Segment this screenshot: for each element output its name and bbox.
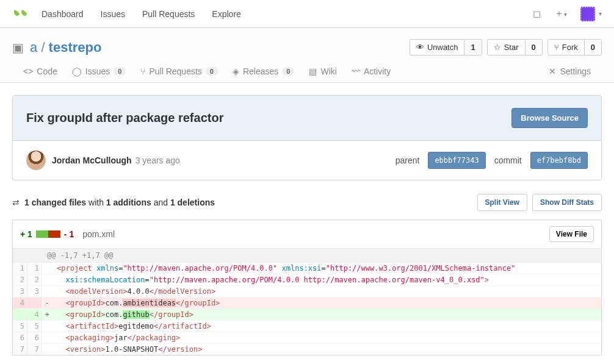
repo-owner-link[interactable]: a — [30, 40, 37, 55]
avatar-icon — [580, 7, 595, 21]
code-content: <artifactId>egitdemo</artifactId> — [52, 321, 601, 332]
pull-icon: ⑂ — [140, 66, 145, 76]
diff-sign — [42, 274, 52, 285]
chevron-down-icon: ▾ — [599, 10, 602, 17]
logo-icon[interactable] — [12, 7, 29, 21]
old-line-number: 5 — [13, 321, 27, 332]
star-button[interactable]: ☆Star 0 — [487, 39, 543, 55]
commit-box: Fix groupId after package refactor Brows… — [12, 95, 602, 180]
watch-count[interactable]: 1 — [464, 40, 481, 55]
issues-icon: ◯ — [72, 66, 82, 76]
diff-sign: + — [42, 309, 52, 320]
code-content: <modelVersion>4.0.0</modelVersion> — [52, 286, 601, 297]
tab-activity[interactable]: 〰Activity — [352, 66, 391, 76]
code-content: <groupId>com.ambientideas</groupId> — [52, 298, 601, 309]
fork-count[interactable]: 0 — [584, 40, 601, 55]
create-icon[interactable]: ＋▾ — [554, 7, 567, 20]
old-line-number: 7 — [13, 344, 27, 355]
show-diff-stats-button[interactable]: Show Diff Stats — [532, 194, 602, 211]
star-icon: ☆ — [494, 43, 501, 52]
tab-issues[interactable]: ◯Issues0 — [72, 66, 126, 76]
diff-icon: ⇄ — [12, 198, 20, 207]
pulse-icon: 〰 — [352, 66, 360, 76]
tab-pull-requests[interactable]: ⑂Pull Requests0 — [140, 66, 218, 76]
tab-settings[interactable]: ✕Settings — [549, 66, 591, 76]
user-menu[interactable]: ▾ — [580, 7, 602, 21]
repo-header: ▣ a / testrepo 👁Unwatch 1 ☆Star 0 ⑂Fork … — [0, 28, 614, 83]
diff-sign — [42, 286, 52, 297]
fork-button[interactable]: ⑂Fork 0 — [547, 39, 602, 55]
code-content: <project xmlns="http://maven.apache.org/… — [52, 263, 601, 274]
diffstat-blocks-icon — [36, 230, 60, 238]
diff-hunk: @@ -1,7 +1,7 @@ 11 <project xmlns="http:… — [13, 249, 601, 355]
new-line-number: 5 — [27, 321, 42, 332]
diff-line: 55 <artifactId>egitdemo</artifactId> — [13, 320, 601, 332]
code-icon: <> — [23, 66, 33, 76]
diff-line: 33 <modelVersion>4.0.0</modelVersion> — [13, 285, 601, 297]
repo-name-link[interactable]: testrepo — [49, 40, 102, 55]
commit-time: 3 years ago — [135, 155, 180, 165]
code-content: xsi:schemaLocation="http://maven.apache.… — [52, 274, 601, 285]
inbox-icon[interactable]: ◻ — [533, 8, 541, 20]
tab-releases[interactable]: ◈Releases0 — [233, 66, 295, 76]
new-line-number: 6 — [27, 332, 42, 343]
fork-icon: ⑂ — [554, 43, 559, 52]
diff-sign: - — [42, 298, 52, 309]
old-line-number: 3 — [13, 286, 27, 297]
eye-icon: 👁 — [416, 43, 424, 52]
nav-explore[interactable]: Explore — [212, 9, 240, 19]
diff-sign — [42, 263, 52, 274]
tab-code[interactable]: <>Code — [23, 66, 57, 76]
author-name[interactable]: Jordan McCullough — [52, 155, 132, 165]
diff-line: 22 xsi:schemaLocation="http://maven.apac… — [13, 274, 601, 285]
browse-source-button[interactable]: Browse Source — [511, 108, 588, 128]
file-name[interactable]: pom.xml — [82, 229, 115, 239]
diff-sign — [42, 321, 52, 332]
view-file-button[interactable]: View File — [549, 226, 594, 242]
hunk-header: @@ -1,7 +1,7 @@ — [13, 249, 601, 263]
diff-line: 4- <groupId>com.ambientideas</groupId> — [13, 297, 601, 309]
tag-icon: ◈ — [233, 66, 239, 76]
new-line-number: 2 — [27, 274, 42, 285]
parent-sha[interactable]: ebbbf77343 — [428, 152, 485, 169]
deletions-count: - 1 — [64, 229, 74, 239]
code-content: <groupId>com.github</groupId> — [52, 309, 601, 320]
code-content: <packaging>jar</packaging> — [52, 332, 601, 343]
diff-sign — [42, 344, 52, 355]
new-line-number: 1 — [27, 263, 42, 274]
code-content: <version>1.0-SNAPSHOT</version> — [52, 344, 601, 355]
commit-sha: ef7bebf8bd — [530, 152, 588, 169]
old-line-number: 6 — [13, 332, 27, 343]
diff-line: 11 <project xmlns="http://maven.apache.o… — [13, 263, 601, 274]
tools-icon: ✕ — [549, 66, 556, 76]
parent-label: parent — [395, 155, 420, 165]
new-line-number: 4 — [27, 309, 42, 320]
new-line-number — [27, 298, 42, 309]
repo-tabs: <>Code ◯Issues0 ⑂Pull Requests0 ◈Release… — [12, 66, 602, 82]
repo-icon: ▣ — [12, 40, 24, 55]
diff-line: 66 <packaging>jar</packaging> — [13, 332, 601, 343]
tab-wiki[interactable]: ▤Wiki — [309, 66, 336, 76]
file-diff-header: + 1 - 1 pom.xml View File — [13, 220, 601, 249]
nav-dashboard[interactable]: Dashboard — [42, 9, 84, 19]
author-avatar[interactable] — [26, 151, 46, 170]
unwatch-button[interactable]: 👁Unwatch 1 — [410, 39, 482, 55]
nav-issues[interactable]: Issues — [101, 9, 125, 19]
nav-pull-requests[interactable]: Pull Requests — [142, 9, 195, 19]
top-nav: Dashboard Issues Pull Requests Explore ◻… — [0, 0, 614, 28]
split-view-button[interactable]: Split View — [477, 194, 527, 211]
diff-line: 4+ <groupId>com.github</groupId> — [13, 309, 601, 320]
diff-summary: 1 changed files with 1 additions and 1 d… — [24, 198, 215, 207]
diff-line: 77 <version>1.0-SNAPSHOT</version> — [13, 343, 601, 355]
star-count[interactable]: 0 — [525, 40, 542, 55]
top-nav-links: Dashboard Issues Pull Requests Explore — [42, 9, 241, 19]
old-line-number: 2 — [13, 274, 27, 285]
commit-title: Fix groupId after package refactor — [26, 111, 223, 125]
diff-stats-bar: ⇄ 1 changed files with 1 additions and 1… — [12, 194, 602, 211]
commit-label: commit — [494, 155, 522, 165]
diff-sign — [42, 332, 52, 343]
repo-breadcrumb: a / testrepo — [30, 40, 101, 55]
additions-count: + 1 — [20, 229, 32, 239]
new-line-number: 7 — [27, 344, 42, 355]
file-diff: + 1 - 1 pom.xml View File @@ -1,7 +1,7 @… — [12, 219, 602, 355]
